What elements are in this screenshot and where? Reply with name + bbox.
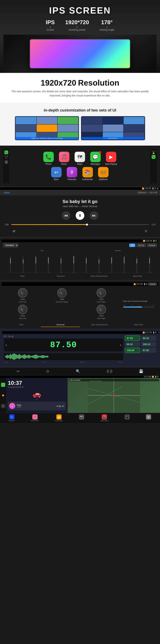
nav-prev-icon[interactable]: ⏮ — [56, 405, 59, 408]
eq-tab-surround[interactable]: Surround — [42, 274, 80, 278]
rear-left-value: 1.5ms — [20, 315, 25, 317]
fm-wave-bar — [22, 355, 23, 358]
eq-default-button[interactable]: Default — [147, 244, 157, 247]
front-left-knob[interactable] — [18, 288, 28, 298]
repeat-button[interactable]: ↻ — [142, 228, 150, 234]
surround-rear-right: 3.5ms Rear Right — [82, 304, 120, 320]
progress-track[interactable] — [11, 224, 149, 225]
next-button[interactable]: ⏭ — [90, 211, 98, 220]
media-back-icon[interactable]: ↩ — [17, 369, 20, 373]
app-messages[interactable]: 💬5 Messages — [88, 152, 102, 165]
nav-next-icon[interactable]: ⏭ — [62, 405, 64, 408]
media-save-icon[interactable]: 💾 — [139, 369, 143, 373]
app-music[interactable]: 🎵 Music — [57, 152, 71, 165]
fm-preset-2[interactable]: 90.10 — [141, 336, 156, 341]
surround-tab-surround[interactable]: Surround — [41, 322, 80, 327]
shuffle-button[interactable]: ⇄ — [10, 228, 18, 234]
tablet-device — [30, 39, 130, 68]
eq-all-button[interactable]: All — [129, 244, 135, 247]
prev-button[interactable]: ⏮ — [62, 211, 70, 220]
surround-default-button[interactable]: Default — [148, 283, 157, 286]
surround-tab-bass-flt[interactable]: Bass Filter — [119, 322, 158, 327]
eq-tab-bass-enh[interactable]: Bass Enhancement — [80, 274, 118, 278]
fm-wave-bar — [36, 355, 37, 358]
eq-user-label: User — [4, 250, 80, 251]
spec-angle: 178° x viewing angle — [100, 19, 114, 31]
right-sidebar-phone-icon[interactable]: 📞 — [152, 155, 156, 159]
app-icons-row2: ↩ Back 🎙 Podcasts 📚 Audiobooks 🎶 QQMusic — [11, 167, 149, 180]
strength-bar[interactable] — [123, 306, 154, 308]
eq-slider-125[interactable] — [36, 256, 36, 270]
eq-slider-31[interactable] — [10, 256, 11, 270]
app-podcasts[interactable]: 🎙 Podcasts — [65, 167, 79, 180]
app-nowplaying[interactable]: ▶ Now Playing — [104, 152, 118, 165]
fm-preset-4[interactable]: 106.10 — [141, 342, 156, 347]
eq-slider-5k[interactable] — [136, 256, 137, 270]
front-right-label: Front Right — [97, 301, 106, 303]
fm-wave-bar — [30, 356, 31, 358]
eq-slider-125k[interactable] — [98, 256, 99, 270]
eq-tab-field[interactable]: Field — [3, 274, 42, 278]
nav-phone-icon-1[interactable]: 📍 — [1, 383, 5, 387]
eq-slider-63[interactable] — [23, 256, 24, 270]
sidebar-settings-icon[interactable]: ⚙ — [4, 160, 8, 164]
app-audiobooks[interactable]: 📚 Audiobooks — [81, 167, 94, 180]
bottom-app-video[interactable]: 🎬 Video Player — [100, 414, 108, 422]
app-maps[interactable]: 🗺 Maps — [73, 152, 87, 165]
nav-play-icon[interactable]: ▶ — [60, 405, 62, 408]
sidebar-phone-icon[interactable]: 📞 — [4, 150, 8, 154]
eq-slider-25k[interactable] — [111, 256, 112, 270]
bottom-app-5[interactable]: 📱 — [124, 414, 130, 422]
media-search-icon[interactable]: 🔍 — [76, 369, 80, 373]
ui-cell — [103, 124, 124, 132]
bottom-app-camera[interactable]: 📷 — [79, 414, 84, 422]
nav-time-display: 10:37 — [8, 380, 66, 386]
fm-preset-6[interactable]: 87.50 — [141, 348, 156, 353]
eq-slider-250[interactable] — [48, 256, 49, 270]
surround-tab-field[interactable]: Field — [2, 322, 41, 327]
play-pause-button[interactable]: ⏸ — [76, 211, 84, 220]
eq-band-31: 31 — [4, 256, 16, 273]
spec-resolution-label: resolving power — [65, 28, 89, 31]
preset-4-freq: 106.10 — [143, 343, 150, 346]
fm-presets-grid: 87.50 90.10 98.10 106.10 108.00 87.50 — [125, 336, 156, 353]
maps-icon: 🗺 — [74, 152, 85, 162]
fm-preset-3[interactable]: 98.10 — [125, 342, 140, 347]
spec-ips-value: IPS — [46, 19, 55, 26]
bottom-app-settings[interactable]: ⚙ — [146, 414, 151, 422]
eq-slider-31k[interactable] — [124, 256, 124, 270]
eq-mode-select[interactable]: Standard — [3, 243, 18, 247]
fm-preset-1[interactable]: 87.50 — [125, 336, 140, 341]
rear-left-knob[interactable] — [18, 304, 28, 314]
eq-slider-800[interactable] — [74, 256, 74, 270]
nav-phone-icon-2[interactable]: ↩ — [1, 404, 5, 408]
nav-song-name: Ringo — [17, 404, 55, 406]
eq-setup-button[interactable]: Set Up — [136, 244, 146, 247]
front-right-knob[interactable] — [96, 288, 106, 298]
fm-next-button[interactable]: › — [120, 342, 122, 348]
eq-slider-500[interactable] — [61, 256, 62, 270]
rear-right-knob[interactable] — [96, 304, 106, 314]
eq-slider-1k[interactable] — [86, 256, 86, 270]
bottom-app-bluetooth[interactable]: 🔵 Bluetooth — [9, 414, 15, 422]
nav-map-view[interactable]: Calle de Madrid — [68, 378, 160, 413]
surround-tab-bass-enh[interactable]: Bass Enhancement — [80, 322, 119, 327]
eq-slider-125kk[interactable] — [149, 256, 150, 270]
music-back-button[interactable]: ‹ Back — [3, 191, 10, 194]
eq-tab-bass-flt[interactable]: Bass Filter — [118, 274, 157, 278]
fm-prev-button[interactable]: ‹ — [6, 342, 7, 348]
eq-band-25k: 2.5k — [106, 256, 118, 273]
app-5-icon: 📱 — [124, 414, 130, 420]
app-phone[interactable]: 📞 Phone — [42, 152, 56, 165]
fm-preset-5[interactable]: 108.00 — [125, 348, 140, 353]
surround-space-knob[interactable] — [57, 288, 67, 298]
app-back[interactable]: ↩ Back — [50, 167, 63, 180]
apps-section: 📞 11:104G ⚙ 📞 Phone 🎵 Music 🗺 Maps 💬5 Me… — [0, 146, 160, 187]
bottom-app-music[interactable]: 🎵 Music Player — [31, 414, 39, 422]
media-toggle-icon[interactable]: ⊙ — [46, 369, 49, 373]
app-qqmusic[interactable]: 🎶 QQMusic — [96, 167, 110, 180]
fm-wave-bar — [10, 354, 11, 359]
status-time: 3:05 PM — [145, 188, 151, 190]
media-wifi-icon[interactable]: ((·)) — [107, 369, 112, 373]
bottom-app-filemanager[interactable]: 📁 FileManager — [55, 414, 63, 422]
